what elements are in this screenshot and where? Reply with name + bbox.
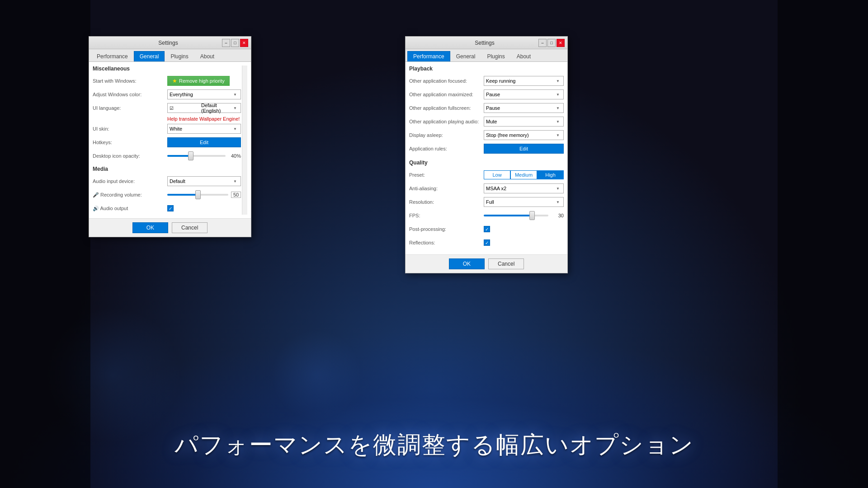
hotkeys-edit-button[interactable]: Edit (167, 137, 241, 147)
other-app-audio-arrow: ▼ (554, 118, 561, 125)
audio-input-dropdown[interactable]: Default ▼ (167, 176, 241, 186)
anti-aliasing-arrow: ▼ (554, 185, 561, 192)
tab-general-perf[interactable]: General (450, 51, 481, 61)
tab-performance-perf[interactable]: Performance (407, 51, 450, 61)
other-app-fullscreen-arrow: ▼ (554, 104, 561, 112)
application-rules-edit-button[interactable]: Edit (484, 144, 564, 154)
recording-volume-slider-container: 50 (167, 192, 241, 198)
ui-skin-dropdown[interactable]: White ▼ (167, 124, 241, 134)
minimize-button-performance[interactable]: – (538, 39, 547, 47)
misc-section-header: Miscellaneous (93, 66, 241, 72)
tab-about-perf[interactable]: About (511, 51, 537, 61)
other-app-audio-dropdown[interactable]: Mute ▼ (484, 117, 564, 127)
mic-icon: 🎤 (93, 192, 99, 197)
dialog2-cancel-button[interactable]: Cancel (488, 258, 524, 269)
dialog1-footer: OK Cancel (89, 218, 251, 237)
hotkeys-control: Edit (167, 137, 241, 147)
recording-volume-control: 50 (167, 192, 241, 198)
desktop-opacity-label: Desktop icon opacity: (93, 153, 167, 159)
bg-dark-left (0, 0, 90, 488)
desktop-opacity-value: 40% (228, 153, 241, 159)
tab-plugins-general[interactable]: Plugins (165, 51, 194, 61)
preset-control: Low Medium High (484, 170, 564, 179)
preset-high-button[interactable]: High (537, 170, 564, 179)
close-button-general[interactable]: ✕ (240, 39, 248, 47)
fps-thumb[interactable] (529, 211, 535, 220)
recording-volume-track[interactable] (167, 194, 228, 196)
fps-label: FPS: (409, 213, 484, 218)
restore-button-general[interactable]: □ (231, 39, 239, 47)
anti-aliasing-label: Anti-aliasing: (409, 186, 484, 191)
fps-track[interactable] (484, 215, 548, 216)
playback-section-header: Playback (409, 66, 564, 72)
bg-dark-right (778, 0, 868, 488)
audio-output-checkbox[interactable]: ✓ (167, 205, 174, 211)
other-app-focused-dropdown[interactable]: Keep running ▼ (484, 76, 564, 86)
titlebar-buttons-performance: – □ ✕ (538, 39, 565, 47)
dialog2-footer: OK Cancel (406, 254, 567, 273)
dialog2-ok-button[interactable]: OK (449, 258, 485, 269)
reflections-label: Reflections: (409, 240, 484, 245)
application-rules-control: Edit (484, 144, 564, 154)
adjust-windows-color-dropdown[interactable]: Everything ▼ (167, 89, 241, 99)
dialog2-content: Playback Other application focused: Keep… (406, 62, 567, 254)
desktop-opacity-slider-container: 40% (167, 153, 241, 159)
other-app-maximized-dropdown[interactable]: Pause ▼ (484, 89, 564, 99)
desktop-opacity-track[interactable] (167, 155, 226, 157)
media-section-header: Media (93, 166, 241, 172)
preset-medium-button[interactable]: Medium (510, 170, 537, 179)
remove-high-priority-button[interactable]: ★ Remove high priority (167, 76, 230, 86)
recording-volume-thumb[interactable] (195, 190, 201, 199)
other-app-focused-control: Keep running ▼ (484, 76, 564, 86)
resolution-dropdown[interactable]: Full ▼ (484, 197, 564, 207)
start-with-windows-label: Start with Windows: (93, 78, 167, 84)
fps-row: FPS: 30 (409, 210, 564, 221)
ui-language-control: ☑ Default (English) ▼ (167, 103, 241, 113)
audio-output-control: ✓ (167, 205, 241, 211)
minimize-button-general[interactable]: – (222, 39, 230, 47)
hotkeys-label: Hotkeys: (93, 140, 167, 145)
ui-skin-row: UI skin: White ▼ (93, 123, 241, 134)
audio-output-row: 🔊 Audio output ✓ (93, 203, 241, 214)
ui-language-row: UI language: ☑ Default (English) ▼ (93, 103, 241, 113)
tab-plugins-perf[interactable]: Plugins (481, 51, 510, 61)
display-asleep-dropdown[interactable]: Stop (free memory) ▼ (484, 130, 564, 140)
preset-buttons: Low Medium High (484, 170, 564, 179)
fps-fill (484, 215, 532, 216)
other-app-audio-control: Mute ▼ (484, 117, 564, 127)
anti-aliasing-control: MSAA x2 ▼ (484, 183, 564, 193)
application-rules-label: Application rules: (409, 146, 484, 151)
dialog1-ok-button[interactable]: OK (132, 222, 168, 233)
tab-about-general[interactable]: About (194, 51, 220, 61)
desktop-opacity-thumb[interactable] (188, 151, 193, 160)
restore-button-performance[interactable]: □ (547, 39, 556, 47)
recording-volume-fill (167, 194, 198, 196)
adjust-windows-color-label: Adjust Windows color: (93, 92, 167, 97)
other-app-focused-arrow: ▼ (554, 77, 561, 84)
recording-volume-row: 🎤 Recording volume: 50 (93, 189, 241, 200)
desktop-opacity-fill (167, 155, 191, 157)
resolution-row: Resolution: Full ▼ (409, 197, 564, 207)
dialog1-cancel-button[interactable]: Cancel (172, 222, 208, 233)
preset-low-button[interactable]: Low (484, 170, 510, 179)
translate-link[interactable]: Help translate Wallpaper Engine! (167, 116, 241, 122)
anti-aliasing-dropdown[interactable]: MSAA x2 ▼ (484, 183, 564, 193)
tab-general-general[interactable]: General (134, 51, 165, 61)
other-app-fullscreen-control: Pause ▼ (484, 103, 564, 113)
other-app-audio-label: Other application playing audio: (409, 119, 484, 124)
recording-volume-value: 50 (231, 192, 241, 198)
ui-language-dropdown[interactable]: ☑ Default (English) ▼ (167, 103, 241, 113)
other-app-fullscreen-dropdown[interactable]: Pause ▼ (484, 103, 564, 113)
settings-dialog-general: Settings – □ ✕ Performance General Plugi… (89, 36, 251, 237)
tab-performance-general[interactable]: Performance (91, 51, 134, 61)
scrollbar-general[interactable] (242, 66, 247, 215)
audio-input-control: Default ▼ (167, 176, 241, 186)
post-processing-checkbox[interactable]: ✓ (484, 226, 490, 232)
ui-language-arrow: ▼ (231, 104, 239, 112)
desktop-opacity-control: 40% (167, 153, 241, 159)
subtitle: パフォーマンスを微調整する幅広いオプション (0, 429, 868, 461)
reflections-checkbox[interactable]: ✓ (484, 239, 490, 246)
close-button-performance[interactable]: ✕ (557, 39, 565, 47)
dialog1-title: Settings (114, 40, 222, 46)
other-app-focused-label: Other application focused: (409, 78, 484, 84)
